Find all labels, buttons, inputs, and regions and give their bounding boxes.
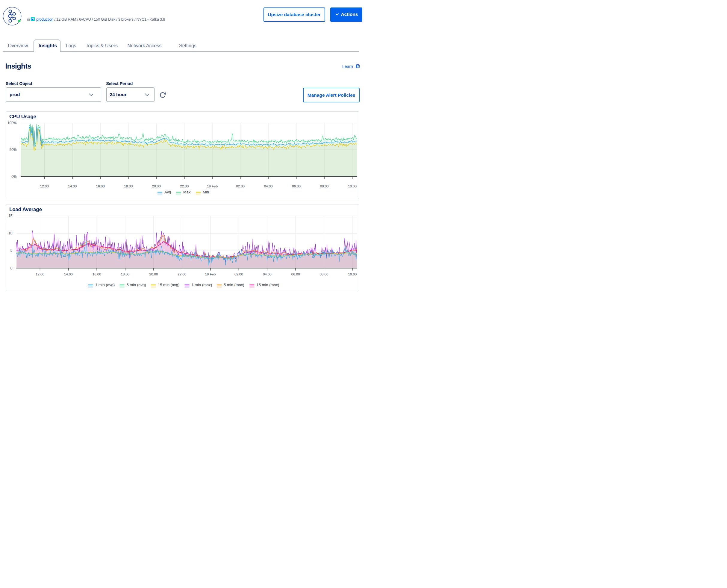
- svg-text:12:00: 12:00: [36, 272, 44, 276]
- svg-text:20:00: 20:00: [152, 184, 161, 188]
- svg-text:14:00: 14:00: [64, 272, 73, 276]
- svg-text:1 min (avg): 1 min (avg): [95, 282, 115, 287]
- svg-text:12:00: 12:00: [40, 184, 49, 188]
- svg-text:15 min (avg): 15 min (avg): [158, 282, 179, 287]
- svg-text:Avg: Avg: [164, 190, 171, 194]
- svg-text:5 min (avg): 5 min (avg): [127, 282, 146, 287]
- svg-text:08:00: 08:00: [320, 272, 329, 276]
- svg-text:22:00: 22:00: [178, 272, 186, 276]
- svg-text:02:00: 02:00: [236, 184, 245, 188]
- svg-text:15 min (max): 15 min (max): [256, 282, 279, 287]
- svg-text:02:00: 02:00: [234, 272, 243, 276]
- svg-text:16:00: 16:00: [96, 184, 105, 188]
- svg-text:14:00: 14:00: [68, 184, 77, 188]
- svg-text:0%: 0%: [12, 174, 17, 179]
- svg-text:Min: Min: [203, 190, 209, 194]
- svg-text:10:00: 10:00: [348, 272, 357, 276]
- svg-text:06:00: 06:00: [291, 272, 300, 276]
- svg-text:06:00: 06:00: [292, 184, 300, 188]
- svg-text:5: 5: [11, 249, 13, 253]
- svg-text:10: 10: [8, 231, 13, 235]
- svg-text:22:00: 22:00: [180, 184, 189, 188]
- svg-text:04:00: 04:00: [264, 184, 273, 188]
- svg-text:5 min (max): 5 min (max): [224, 282, 244, 287]
- svg-text:10:00: 10:00: [348, 184, 357, 188]
- svg-text:1 min (max): 1 min (max): [192, 282, 212, 287]
- svg-text:100%: 100%: [7, 121, 17, 125]
- svg-text:0: 0: [11, 266, 13, 270]
- svg-text:08:00: 08:00: [320, 184, 329, 188]
- svg-text:18:00: 18:00: [121, 272, 130, 276]
- svg-text:15: 15: [8, 214, 13, 218]
- svg-text:20:00: 20:00: [149, 272, 158, 276]
- svg-text:18:00: 18:00: [124, 184, 133, 188]
- svg-text:19 Feb: 19 Feb: [207, 184, 218, 188]
- svg-text:Max: Max: [183, 190, 191, 194]
- svg-text:04:00: 04:00: [263, 272, 272, 276]
- svg-text:19 Feb: 19 Feb: [205, 272, 216, 276]
- svg-text:16:00: 16:00: [92, 272, 101, 276]
- svg-text:50%: 50%: [9, 148, 17, 152]
